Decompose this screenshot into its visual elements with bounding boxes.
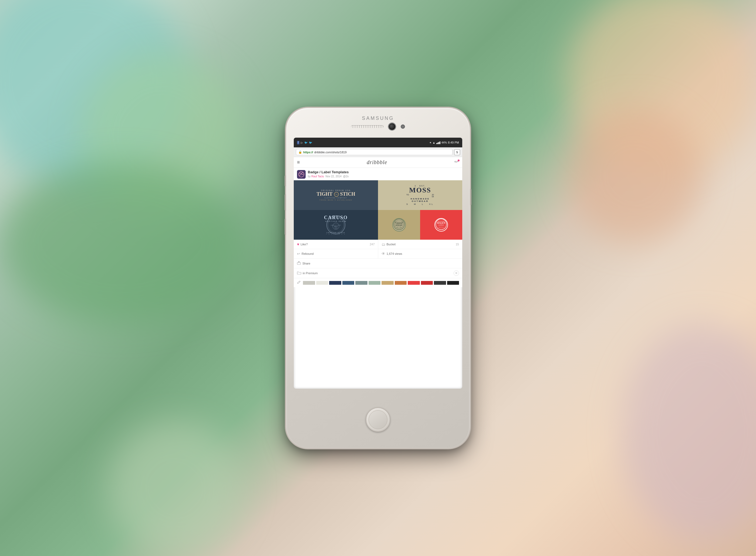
shot-retina: @2x <box>343 175 349 178</box>
bluetooth-icon: ✶ <box>429 141 432 144</box>
heart-icon: ♥ <box>297 242 299 246</box>
color-swatch-2 <box>316 281 328 285</box>
badge-caruso: CARUSO HERITAGE DENIM GOOD QUALITY Since… <box>294 210 378 240</box>
like-label: Like? <box>301 243 308 246</box>
share-row: Share <box>294 258 462 268</box>
like-button[interactable]: ♥ Like? 247 <box>294 240 378 249</box>
rebound-views-row: ↩ Rebound 👁 1,674 views <box>294 249 462 258</box>
badge-bottom-right: HAND MADE GRIFFIN KNIGHT EST. 1960 <box>378 210 462 240</box>
color-swatch-10 <box>421 281 433 285</box>
badge-moss: 2 EST. MOSS TO 2004 HANDMADE OUTWEAR S M… <box>378 180 462 210</box>
samsung-logo: SAMSUNG <box>362 115 394 121</box>
tab-count[interactable]: 5 <box>454 149 460 155</box>
griffin-text: HAND MADE GRIFFIN KNIGHT EST. 1960 <box>393 218 405 231</box>
camera-area <box>351 123 405 130</box>
app-header: ≡ dribbble <box>294 157 462 168</box>
badge-hagen: HAND MADE HAGEN SUPPLY ORIGINAL <box>420 210 462 240</box>
battery-percent: 44% <box>442 141 447 144</box>
color-swatch-8 <box>395 281 407 285</box>
bg-blob-5 <box>0 162 243 324</box>
griffin-badge-circle: HAND MADE GRIFFIN KNIGHT EST. 1960 <box>392 218 406 232</box>
like-count: 247 <box>370 243 375 246</box>
shot-meta: Badge / Label Templates by Raul Taciu No… <box>308 170 349 178</box>
twitter-icon-1: 🐦 <box>304 141 308 144</box>
camera-lens <box>388 123 396 130</box>
color-palette <box>294 278 462 287</box>
url-domain: dribbble.com/shots/1819 <box>314 150 347 154</box>
color-swatch-1 <box>303 281 315 285</box>
status-icons-left: f ▷ 🐦 🐦 <box>297 141 312 144</box>
color-swatch-3 <box>329 281 341 285</box>
volume-up-button[interactable] <box>284 194 286 211</box>
eye-icon: 👁 <box>381 251 385 256</box>
bucket-count: 15 <box>456 243 459 246</box>
color-swatch-7 <box>381 281 394 285</box>
color-swatch-9 <box>408 281 420 285</box>
action-bar: ♥ Like? 247 🗂 Bucket 15 ↩ Rebound 👁 <box>294 240 462 287</box>
status-icons-right: ✶ ▲ 44% 8:49 PM <box>429 141 459 144</box>
dribbble-logo: dribbble <box>367 159 387 166</box>
caruso-circle-inner: CARUSO HERITAGE DENIM GOOD QUALITY Since… <box>328 217 344 233</box>
premium-label: in Premium <box>297 271 318 276</box>
svg-text:HAGEN: HAGEN <box>437 222 445 224</box>
twitter-icon-2: 🐦 <box>309 141 312 144</box>
svg-text:ORIGINAL: ORIGINAL <box>439 227 444 228</box>
author-avatar[interactable] <box>297 170 306 179</box>
author-link[interactable]: Raul Taciu <box>311 175 324 178</box>
bucket-label: Bucket <box>387 243 396 246</box>
folder-icon <box>297 271 301 276</box>
menu-button[interactable]: ≡ <box>297 160 300 165</box>
camera-sensor <box>401 125 405 129</box>
wifi-icon: ▲ <box>433 141 435 144</box>
color-swatch-4 <box>342 281 354 285</box>
hagen-badge-circle: HAND MADE HAGEN SUPPLY ORIGINAL <box>435 218 448 232</box>
views-display: 👁 1,674 views <box>378 249 462 258</box>
shot-image[interactable]: ORIGINAL DENIM USA TIGHT STICH CLOTHING … <box>294 180 462 240</box>
svg-text:EST. 1960: EST. 1960 <box>397 227 402 228</box>
volume-down-button[interactable] <box>284 219 286 235</box>
bucket-button[interactable]: 🗂 Bucket 15 <box>378 240 462 249</box>
clock: 8:49 PM <box>448 141 459 144</box>
bg-blob-6 <box>621 324 756 540</box>
badge-griffin: HAND MADE GRIFFIN KNIGHT EST. 1960 <box>378 210 420 240</box>
shot-title: Badge / Label Templates <box>308 170 349 175</box>
svg-text:KNIGHT: KNIGHT <box>396 224 403 226</box>
color-swatch-11 <box>434 281 446 285</box>
status-bar: f ▷ 🐦 🐦 ✶ ▲ 44% 8:49 PM <box>294 138 462 147</box>
activity-button[interactable] <box>454 160 459 165</box>
shot-subtitle: by Raul Taciu Nov 22, 2014 @2x <box>308 175 349 178</box>
home-button[interactable] <box>366 408 390 432</box>
shot-header: Badge / Label Templates by Raul Taciu No… <box>294 168 462 180</box>
browser-chrome: 🔒 https://dribbble.com/shots/1819 5 <box>294 147 462 157</box>
premium-row: in Premium ✕ <box>294 268 462 278</box>
forward-icon: ▷ <box>301 141 303 144</box>
premium-close-icon[interactable]: ✕ <box>454 271 459 276</box>
facebook-icon: f <box>297 141 300 144</box>
volume-silent-button[interactable] <box>284 175 286 186</box>
bg-blob-4 <box>567 108 702 243</box>
home-button-inner <box>369 410 387 429</box>
rebound-button[interactable]: ↩ Rebound <box>294 249 378 258</box>
screen: f ▷ 🐦 🐦 ✶ ▲ 44% 8:49 PM 🔒 <box>294 138 462 389</box>
url-bar[interactable]: 🔒 https://dribbble.com/shots/1819 <box>296 149 452 155</box>
color-swatch-12 <box>447 281 459 285</box>
color-swatch-6 <box>369 281 381 285</box>
caruso-circle: CARUSO HERITAGE DENIM GOOD QUALITY Since… <box>327 215 345 234</box>
svg-rect-0 <box>297 170 306 179</box>
rebound-label: Rebound <box>302 252 314 255</box>
bg-blob-7 <box>108 421 243 556</box>
speaker-grille <box>351 125 383 128</box>
signal-bars <box>436 141 440 144</box>
caruso-text: CARUSO HERITAGE DENIM GOOD QUALITY Since… <box>324 215 348 235</box>
rebound-icon: ↩ <box>297 251 300 256</box>
premium-text: in Premium <box>303 272 318 275</box>
svg-text:1978: 1978 <box>335 228 338 229</box>
color-swatch-5 <box>355 281 368 285</box>
badge-tight-stich: ORIGINAL DENIM USA TIGHT STICH CLOTHING … <box>294 180 378 210</box>
share-label[interactable]: Share <box>302 262 310 265</box>
phone: SAMSUNG f ▷ 🐦 🐦 ✶ ▲ <box>286 108 470 448</box>
power-button[interactable] <box>470 189 472 205</box>
hagen-text: HAND MADE HAGEN SUPPLY ORIGINAL <box>435 218 447 231</box>
notification-dot <box>458 160 459 162</box>
svg-point-20 <box>298 283 298 284</box>
